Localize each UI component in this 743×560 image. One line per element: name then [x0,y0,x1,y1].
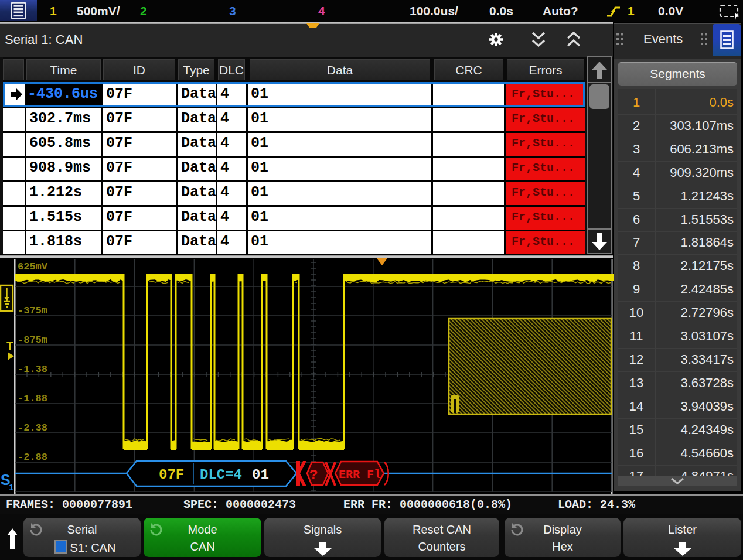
svg-text:01: 01 [252,467,269,483]
svg-text:07F: 07F [159,467,184,483]
svg-text:-875m: -875m [18,334,47,346]
svg-text:1: 1 [9,482,13,492]
svg-text:T: T [6,340,13,352]
svg-text:ERR Fl: ERR Fl [339,468,381,482]
svg-text:DLC=4: DLC=4 [200,467,242,483]
svg-text:?: ? [309,467,318,483]
svg-text:-1.38: -1.38 [18,364,47,375]
svg-text:-2.38: -2.38 [18,422,47,433]
svg-text:-1.88: -1.88 [18,393,47,404]
svg-text:625mV: 625mV [18,261,48,272]
svg-text:-375m: -375m [18,305,47,316]
svg-text:-2.88: -2.88 [18,452,47,463]
